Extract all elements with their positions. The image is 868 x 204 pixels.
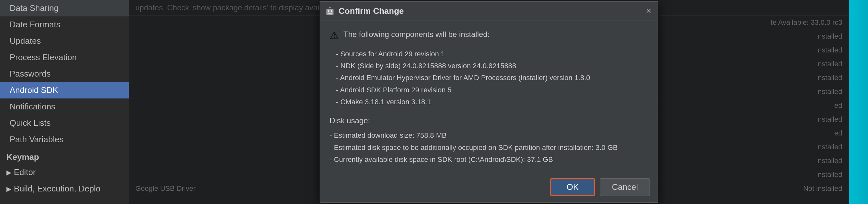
ok-button[interactable]: OK	[550, 178, 595, 196]
sidebar-item-process-elevation[interactable]: Process Elevation	[0, 49, 129, 66]
sidebar-item-android-sdk[interactable]: Android SDK	[0, 82, 129, 98]
sidebar-item-path-variables[interactable]: Path Variables	[0, 131, 129, 148]
list-item: - CMake 3.18.1 version 3.18.1	[336, 96, 648, 108]
list-item: - Currently available disk space in SDK …	[330, 154, 648, 165]
list-item: - Android Emulator Hypervisor Driver for…	[336, 72, 648, 84]
dialog-close-button[interactable]: ×	[646, 6, 651, 15]
dialog-body: ⚠ The following components will be insta…	[320, 21, 658, 173]
list-item: - Estimated download size: 758.8 MB	[330, 129, 648, 141]
dialog-title: Confirm Change	[339, 6, 404, 16]
dialog-component-list: - Sources for Android 29 revision 1 - ND…	[330, 48, 648, 108]
disk-usage-title: Disk usage:	[330, 114, 648, 128]
confirm-dialog: 🤖 Confirm Change × ⚠ The following compo…	[320, 1, 658, 203]
warning-icon: ⚠	[330, 29, 339, 41]
right-decor	[849, 0, 868, 204]
sidebar-item-notifications[interactable]: Notifications	[0, 98, 129, 115]
list-item: - Estimated disk space to be additionall…	[330, 142, 648, 154]
sidebar: Data Sharing Date Formats Updates Proces…	[0, 0, 129, 204]
sidebar-item-passwords[interactable]: Passwords	[0, 66, 129, 82]
sidebar-item-date-formats[interactable]: Date Formats	[0, 16, 129, 33]
dialog-intro-text: The following components will be install…	[343, 29, 490, 40]
dialog-overlay: 🤖 Confirm Change × ⚠ The following compo…	[129, 0, 849, 204]
list-item: - Android SDK Platform 29 revision 5	[336, 84, 648, 96]
list-item: - NDK (Side by side) 24.0.8215888 versio…	[336, 60, 648, 72]
sidebar-item-data-sharing[interactable]: Data Sharing	[0, 0, 129, 16]
dialog-titlebar: 🤖 Confirm Change ×	[320, 2, 658, 21]
sidebar-section-editor[interactable]: ▶ Editor	[0, 164, 129, 180]
sidebar-item-quick-lists[interactable]: Quick Lists	[0, 115, 129, 131]
sidebar-item-updates[interactable]: Updates	[0, 33, 129, 49]
dialog-disk-section: Disk usage: - Estimated download size: 7…	[330, 114, 648, 165]
dialog-warning-row: ⚠ The following components will be insta…	[330, 29, 648, 41]
cancel-button[interactable]: Cancel	[600, 178, 650, 196]
android-icon: 🤖	[325, 6, 335, 15]
list-item: - Sources for Android 29 revision 1	[336, 48, 648, 60]
chevron-right-icon: ▶	[6, 185, 11, 193]
dialog-footer: OK Cancel	[320, 173, 658, 202]
main-content: updates. Check 'show package details' to…	[129, 0, 849, 204]
sidebar-section-build-execution[interactable]: ▶ Build, Execution, Deplo	[0, 180, 129, 197]
sidebar-section-keymap[interactable]: Keymap	[0, 148, 129, 164]
chevron-right-icon: ▶	[6, 169, 11, 176]
